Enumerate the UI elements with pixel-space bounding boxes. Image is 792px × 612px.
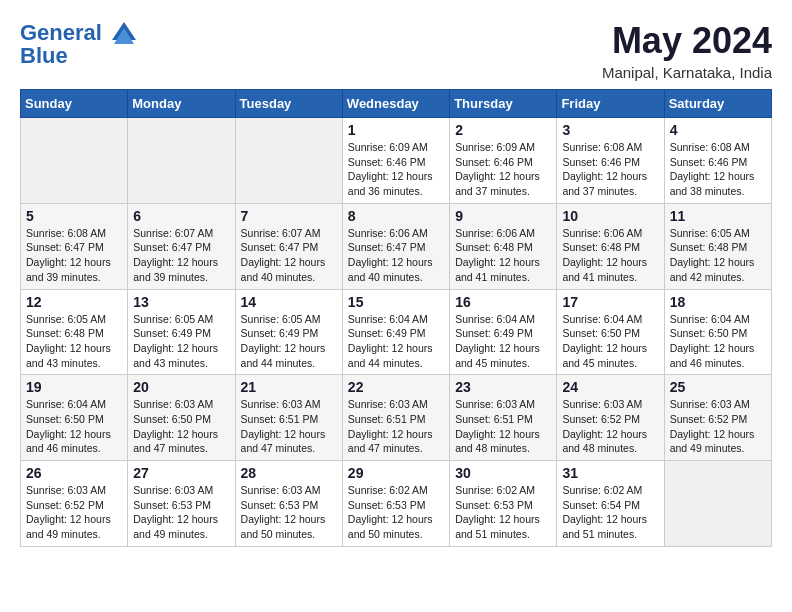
calendar-cell: 30Sunrise: 6:02 AMSunset: 6:53 PMDayligh… [450,461,557,547]
day-info: Sunrise: 6:04 AMSunset: 6:50 PMDaylight:… [562,312,658,371]
day-info: Sunrise: 6:03 AMSunset: 6:51 PMDaylight:… [348,397,444,456]
calendar-week-row: 26Sunrise: 6:03 AMSunset: 6:52 PMDayligh… [21,461,772,547]
calendar-cell: 13Sunrise: 6:05 AMSunset: 6:49 PMDayligh… [128,289,235,375]
calendar-cell [21,118,128,204]
calendar-week-row: 5Sunrise: 6:08 AMSunset: 6:47 PMDaylight… [21,203,772,289]
day-number: 11 [670,208,766,224]
day-info: Sunrise: 6:03 AMSunset: 6:51 PMDaylight:… [455,397,551,456]
title-block: May 2024 Manipal, Karnataka, India [602,20,772,81]
calendar-cell: 17Sunrise: 6:04 AMSunset: 6:50 PMDayligh… [557,289,664,375]
calendar-cell: 7Sunrise: 6:07 AMSunset: 6:47 PMDaylight… [235,203,342,289]
day-info: Sunrise: 6:04 AMSunset: 6:49 PMDaylight:… [455,312,551,371]
logo: General Blue [20,20,138,68]
day-number: 16 [455,294,551,310]
day-info: Sunrise: 6:08 AMSunset: 6:47 PMDaylight:… [26,226,122,285]
day-number: 29 [348,465,444,481]
day-of-week-header: Friday [557,90,664,118]
calendar-cell: 28Sunrise: 6:03 AMSunset: 6:53 PMDayligh… [235,461,342,547]
day-number: 2 [455,122,551,138]
day-info: Sunrise: 6:03 AMSunset: 6:52 PMDaylight:… [26,483,122,542]
calendar-cell: 18Sunrise: 6:04 AMSunset: 6:50 PMDayligh… [664,289,771,375]
day-number: 31 [562,465,658,481]
day-number: 17 [562,294,658,310]
day-number: 14 [241,294,337,310]
day-number: 12 [26,294,122,310]
day-number: 7 [241,208,337,224]
logo-icon [110,20,138,48]
day-number: 23 [455,379,551,395]
day-number: 3 [562,122,658,138]
day-number: 15 [348,294,444,310]
day-number: 4 [670,122,766,138]
day-number: 9 [455,208,551,224]
location-label: Manipal, Karnataka, India [602,64,772,81]
calendar-cell: 6Sunrise: 6:07 AMSunset: 6:47 PMDaylight… [128,203,235,289]
calendar-cell: 11Sunrise: 6:05 AMSunset: 6:48 PMDayligh… [664,203,771,289]
day-info: Sunrise: 6:03 AMSunset: 6:52 PMDaylight:… [670,397,766,456]
day-number: 24 [562,379,658,395]
day-number: 13 [133,294,229,310]
day-info: Sunrise: 6:08 AMSunset: 6:46 PMDaylight:… [562,140,658,199]
day-info: Sunrise: 6:02 AMSunset: 6:53 PMDaylight:… [348,483,444,542]
calendar-cell: 16Sunrise: 6:04 AMSunset: 6:49 PMDayligh… [450,289,557,375]
calendar-week-row: 1Sunrise: 6:09 AMSunset: 6:46 PMDaylight… [21,118,772,204]
calendar-cell: 21Sunrise: 6:03 AMSunset: 6:51 PMDayligh… [235,375,342,461]
day-info: Sunrise: 6:03 AMSunset: 6:52 PMDaylight:… [562,397,658,456]
day-number: 27 [133,465,229,481]
day-info: Sunrise: 6:06 AMSunset: 6:48 PMDaylight:… [455,226,551,285]
calendar-week-row: 12Sunrise: 6:05 AMSunset: 6:48 PMDayligh… [21,289,772,375]
day-number: 26 [26,465,122,481]
calendar-cell: 23Sunrise: 6:03 AMSunset: 6:51 PMDayligh… [450,375,557,461]
calendar-cell [235,118,342,204]
day-info: Sunrise: 6:03 AMSunset: 6:53 PMDaylight:… [241,483,337,542]
day-info: Sunrise: 6:04 AMSunset: 6:50 PMDaylight:… [670,312,766,371]
day-of-week-header: Sunday [21,90,128,118]
day-number: 20 [133,379,229,395]
day-number: 10 [562,208,658,224]
calendar-cell: 8Sunrise: 6:06 AMSunset: 6:47 PMDaylight… [342,203,449,289]
day-of-week-header: Wednesday [342,90,449,118]
day-info: Sunrise: 6:05 AMSunset: 6:48 PMDaylight:… [26,312,122,371]
calendar-cell: 29Sunrise: 6:02 AMSunset: 6:53 PMDayligh… [342,461,449,547]
day-info: Sunrise: 6:04 AMSunset: 6:50 PMDaylight:… [26,397,122,456]
day-info: Sunrise: 6:06 AMSunset: 6:48 PMDaylight:… [562,226,658,285]
calendar-cell: 1Sunrise: 6:09 AMSunset: 6:46 PMDaylight… [342,118,449,204]
calendar-header-row: SundayMondayTuesdayWednesdayThursdayFrid… [21,90,772,118]
calendar-cell: 14Sunrise: 6:05 AMSunset: 6:49 PMDayligh… [235,289,342,375]
calendar-cell: 20Sunrise: 6:03 AMSunset: 6:50 PMDayligh… [128,375,235,461]
calendar-cell: 27Sunrise: 6:03 AMSunset: 6:53 PMDayligh… [128,461,235,547]
day-info: Sunrise: 6:07 AMSunset: 6:47 PMDaylight:… [133,226,229,285]
day-info: Sunrise: 6:02 AMSunset: 6:53 PMDaylight:… [455,483,551,542]
day-number: 22 [348,379,444,395]
calendar-cell: 2Sunrise: 6:09 AMSunset: 6:46 PMDaylight… [450,118,557,204]
day-of-week-header: Thursday [450,90,557,118]
day-info: Sunrise: 6:04 AMSunset: 6:49 PMDaylight:… [348,312,444,371]
day-info: Sunrise: 6:03 AMSunset: 6:53 PMDaylight:… [133,483,229,542]
day-info: Sunrise: 6:06 AMSunset: 6:47 PMDaylight:… [348,226,444,285]
calendar-cell: 24Sunrise: 6:03 AMSunset: 6:52 PMDayligh… [557,375,664,461]
calendar-cell: 10Sunrise: 6:06 AMSunset: 6:48 PMDayligh… [557,203,664,289]
day-info: Sunrise: 6:05 AMSunset: 6:49 PMDaylight:… [241,312,337,371]
calendar-cell: 9Sunrise: 6:06 AMSunset: 6:48 PMDaylight… [450,203,557,289]
day-info: Sunrise: 6:08 AMSunset: 6:46 PMDaylight:… [670,140,766,199]
calendar-cell: 25Sunrise: 6:03 AMSunset: 6:52 PMDayligh… [664,375,771,461]
calendar-cell: 12Sunrise: 6:05 AMSunset: 6:48 PMDayligh… [21,289,128,375]
day-info: Sunrise: 6:03 AMSunset: 6:50 PMDaylight:… [133,397,229,456]
calendar-table: SundayMondayTuesdayWednesdayThursdayFrid… [20,89,772,547]
day-info: Sunrise: 6:07 AMSunset: 6:47 PMDaylight:… [241,226,337,285]
day-info: Sunrise: 6:09 AMSunset: 6:46 PMDaylight:… [348,140,444,199]
calendar-cell: 22Sunrise: 6:03 AMSunset: 6:51 PMDayligh… [342,375,449,461]
day-of-week-header: Monday [128,90,235,118]
day-of-week-header: Saturday [664,90,771,118]
day-number: 5 [26,208,122,224]
day-info: Sunrise: 6:03 AMSunset: 6:51 PMDaylight:… [241,397,337,456]
day-info: Sunrise: 6:02 AMSunset: 6:54 PMDaylight:… [562,483,658,542]
day-number: 28 [241,465,337,481]
calendar-cell: 31Sunrise: 6:02 AMSunset: 6:54 PMDayligh… [557,461,664,547]
day-number: 1 [348,122,444,138]
day-number: 8 [348,208,444,224]
day-info: Sunrise: 6:09 AMSunset: 6:46 PMDaylight:… [455,140,551,199]
day-number: 6 [133,208,229,224]
calendar-cell: 19Sunrise: 6:04 AMSunset: 6:50 PMDayligh… [21,375,128,461]
calendar-cell [128,118,235,204]
